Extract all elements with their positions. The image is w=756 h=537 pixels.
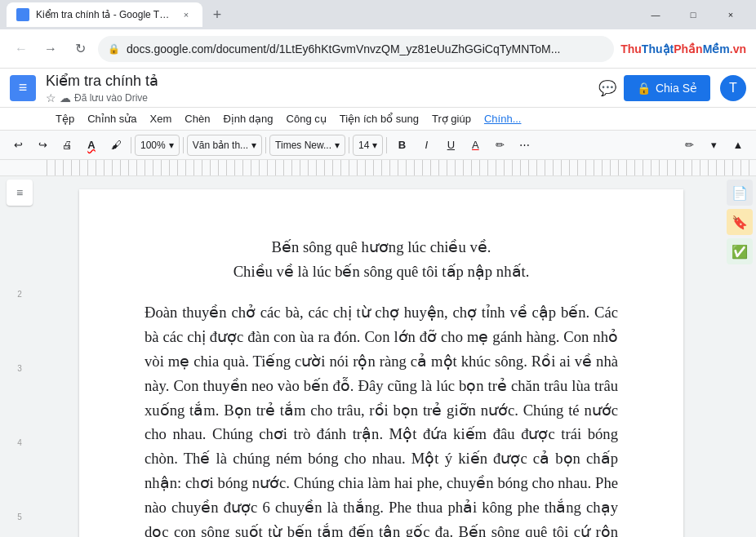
- right-sidebar: 📄 🔖 ✅: [723, 176, 756, 537]
- fontsize-arrow: ▾: [372, 140, 377, 151]
- page-body: Đoàn thuyền chở các bà, các chị từ chợ h…: [145, 300, 618, 537]
- page-subheading: Chiều về là lúc bến sông quê tôi tấp nập…: [145, 263, 618, 281]
- page-number-5: 5: [17, 513, 22, 521]
- divider-3: [265, 137, 266, 153]
- page: Bến sông quê hương lúc chiều về. Chiều v…: [79, 189, 683, 537]
- doc-toolbar: ≡ Kiểm tra chính tả ☆ ☁ Đã lưu vào Drive…: [0, 69, 756, 108]
- brand-thu: Thu: [620, 42, 642, 55]
- address-bar: ← → ↻ 🔒 docs.google.com/document/d/1LtEy…: [0, 29, 756, 69]
- doc-area[interactable]: Bến sông quê hương lúc chiều về. Chiều v…: [39, 176, 723, 537]
- sidebar-tool-bookmarks[interactable]: 🔖: [727, 209, 753, 235]
- font-label: Times New...: [275, 140, 331, 151]
- tab-bar: Kiểm tra chính tả - Google Tài liệ... × …: [0, 0, 756, 29]
- cloud-icon: ☁: [60, 91, 71, 104]
- page-number-3: 3: [17, 364, 22, 373]
- undo-button[interactable]: ↩: [7, 134, 29, 157]
- brand-vn: .vn: [730, 42, 746, 55]
- tab-close-button[interactable]: ×: [180, 8, 193, 21]
- doc-title-area: Kiểm tra chính tả ☆ ☁ Đã lưu vào Drive: [46, 72, 158, 104]
- format-bar: ↩ ↪ 🖨 A 🖌 100% ▾ Văn bản th... ▾ Times N…: [0, 131, 756, 160]
- forward-button[interactable]: →: [39, 38, 62, 60]
- color-button[interactable]: A: [464, 134, 487, 157]
- bold-button[interactable]: B: [390, 134, 413, 157]
- star-icon[interactable]: ☆: [46, 91, 56, 104]
- style-select[interactable]: Văn bản th... ▾: [187, 135, 262, 156]
- menu-item-xem[interactable]: Xem: [144, 108, 179, 131]
- italic-button[interactable]: I: [415, 134, 438, 157]
- ruler: [0, 160, 756, 176]
- divider-5: [386, 137, 387, 153]
- divider-4: [349, 137, 349, 153]
- menu-item-trogiu[interactable]: Trợ giúp: [425, 108, 478, 131]
- page-outline-button[interactable]: ≡: [7, 180, 33, 206]
- brand-logo: ThuThuậtPhầnMềm.vn: [620, 42, 746, 55]
- avatar[interactable]: T: [720, 75, 746, 101]
- pencil-button[interactable]: ✏: [678, 134, 700, 157]
- maximize-button[interactable]: □: [674, 0, 712, 29]
- print-button[interactable]: 🖨: [56, 134, 78, 157]
- tab-favicon: [16, 8, 29, 21]
- brand-phan: Phần: [674, 42, 702, 55]
- menu-item-tep[interactable]: Tệp: [49, 108, 81, 131]
- menu-item-concu[interactable]: Công cụ: [280, 108, 333, 131]
- zoom-arrow: ▾: [169, 140, 174, 151]
- divider-1: [131, 137, 131, 153]
- zoom-value: 100%: [140, 140, 166, 151]
- refresh-button[interactable]: ↻: [69, 38, 91, 60]
- sidebar-tool-tasks[interactable]: ✅: [727, 238, 753, 264]
- new-tab-button[interactable]: +: [206, 3, 229, 26]
- avatar-letter: T: [729, 81, 737, 95]
- active-tab[interactable]: Kiểm tra chính tả - Google Tài liệ... ×: [7, 2, 202, 27]
- doc-logo-icon: ≡: [19, 79, 28, 96]
- share-lock-icon: 🔒: [637, 82, 651, 95]
- left-sidebar: ≡ 1 2 3 4 5: [0, 176, 39, 537]
- close-button[interactable]: ×: [712, 0, 749, 29]
- font-select[interactable]: Times New... ▾: [269, 135, 345, 156]
- doc-title: Kiểm tra chính tả: [46, 72, 158, 90]
- page-number-2: 2: [17, 290, 22, 299]
- menu-item-tienich[interactable]: Tiện ích bổ sung: [333, 108, 425, 131]
- style-label: Văn bản th...: [193, 140, 248, 151]
- share-label: Chia Sẻ: [656, 82, 697, 95]
- menu-item-chinhs[interactable]: Chỉnh sửa: [81, 108, 143, 131]
- tab-title: Kiểm tra chính tả - Google Tài liệ...: [36, 9, 173, 20]
- menu-item-chinh[interactable]: Chính...: [478, 108, 528, 131]
- comment-button[interactable]: 💬: [594, 75, 620, 101]
- pencil-arrow[interactable]: ▾: [702, 134, 725, 157]
- main-area: ≡ 1 2 3 4 5 Bến sông quê hương lúc chiều…: [0, 176, 756, 537]
- menu-item-chen[interactable]: Chèn: [178, 108, 216, 131]
- back-button[interactable]: ←: [10, 38, 33, 60]
- page-heading: Bến sông quê hương lúc chiều về.: [145, 238, 618, 256]
- paint-button[interactable]: 🖌: [105, 134, 127, 157]
- spell-check-button[interactable]: A: [80, 134, 103, 157]
- divider-2: [183, 137, 184, 153]
- url-bar[interactable]: 🔒 docs.google.com/document/d/1LtEy6hKtGv…: [98, 36, 614, 62]
- doc-logo: ≡: [10, 75, 36, 101]
- saved-text: Đã lưu vào Drive: [74, 92, 148, 104]
- window-controls: — □ ×: [637, 0, 749, 29]
- brand-mem: Mềm: [703, 42, 730, 55]
- url-text: docs.google.com/document/d/1LtEy6hKtGvmV…: [127, 42, 560, 55]
- menu-bar: Tệp Chỉnh sửa Xem Chèn Định dạng Công cụ…: [0, 108, 756, 131]
- fontsize-value: 14: [358, 140, 369, 151]
- fontsize-select[interactable]: 14 ▾: [353, 135, 383, 156]
- zoom-select[interactable]: 100% ▾: [135, 135, 180, 156]
- menu-item-dinhdang[interactable]: Định dạng: [216, 108, 279, 131]
- page-number-4: 4: [17, 438, 22, 447]
- style-arrow: ▾: [251, 140, 256, 151]
- doc-title-icons: ☆ ☁ Đã lưu vào Drive: [46, 91, 158, 104]
- lock-icon: 🔒: [108, 43, 120, 55]
- font-arrow: ▾: [335, 140, 340, 151]
- redo-button[interactable]: ↪: [31, 134, 54, 157]
- highlight-button[interactable]: ✏: [488, 134, 511, 157]
- ruler-content: [39, 160, 756, 175]
- share-button[interactable]: 🔒 Chia Sẻ: [624, 75, 710, 101]
- brand-thuat: Thuật: [642, 42, 674, 55]
- underline-button[interactable]: U: [439, 134, 462, 157]
- sidebar-tool-outline[interactable]: 📄: [727, 180, 753, 206]
- minimize-button[interactable]: —: [637, 0, 674, 29]
- collapse-button[interactable]: ▲: [727, 134, 749, 157]
- more-button[interactable]: ⋯: [513, 134, 536, 157]
